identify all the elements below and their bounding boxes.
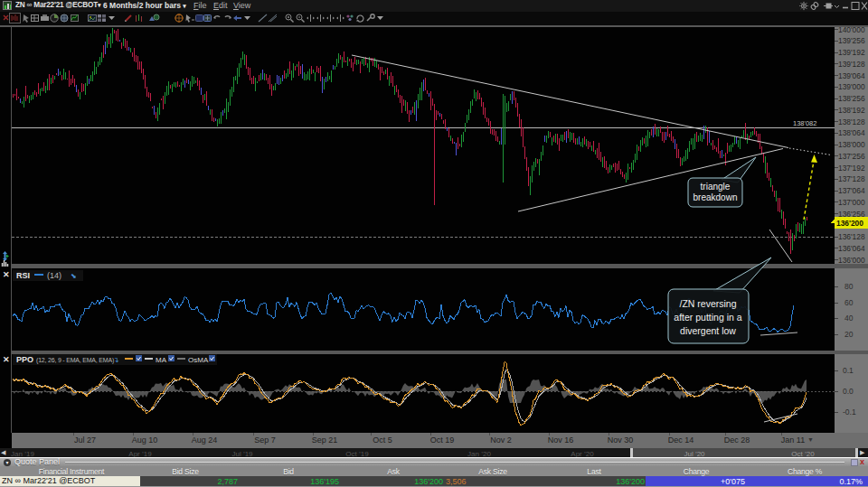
svg-text:139'192: 139'192	[838, 48, 865, 57]
svg-text:139'256: 139'256	[838, 36, 865, 45]
svg-text:139'000: 139'000	[838, 82, 865, 91]
svg-text:PPO: PPO	[16, 355, 33, 364]
svg-text:137'256: 137'256	[838, 152, 865, 161]
svg-text:after putting in a: after putting in a	[674, 312, 741, 323]
svg-text:138'192: 138'192	[838, 106, 865, 115]
svg-text:138'064: 138'064	[838, 128, 865, 137]
svg-text:triangle: triangle	[701, 182, 731, 192]
svg-text:140'000: 140'000	[838, 25, 865, 34]
svg-text:139'064: 139'064	[838, 71, 865, 80]
svg-text:-0.1: -0.1	[843, 407, 856, 417]
svg-text:divergent low: divergent low	[680, 325, 736, 336]
svg-text:breakdown: breakdown	[693, 192, 738, 202]
svg-text:138'000: 138'000	[838, 140, 865, 149]
svg-text:138'128: 138'128	[838, 117, 865, 126]
svg-text:136'064: 136'064	[838, 244, 865, 253]
svg-text:20: 20	[844, 330, 854, 339]
svg-text:✕: ✕	[3, 355, 10, 364]
svg-text:40: 40	[844, 314, 854, 323]
svg-text:OsMA: OsMA	[188, 356, 209, 364]
svg-text:0.1: 0.1	[843, 366, 854, 375]
svg-text:138'082: 138'082	[793, 119, 816, 127]
svg-text:137'192: 137'192	[838, 164, 865, 173]
svg-text:136'128: 136'128	[838, 232, 865, 241]
svg-text:↴: ↴	[113, 356, 119, 364]
svg-text:/ZN reversing: /ZN reversing	[679, 298, 736, 309]
svg-text:MA: MA	[156, 356, 167, 364]
svg-text:⬊: ⬊	[71, 272, 77, 280]
svg-text:137'064: 137'064	[838, 186, 865, 195]
svg-text:(14): (14)	[47, 271, 61, 280]
svg-text:80: 80	[844, 282, 854, 291]
svg-text:138'256: 138'256	[838, 94, 865, 103]
svg-text:139'128: 139'128	[838, 60, 865, 69]
svg-text:136'000: 136'000	[838, 256, 865, 265]
svg-text:✕: ✕	[3, 270, 10, 279]
svg-text:137'000: 137'000	[838, 198, 865, 207]
svg-text:(12, 26, 9 - EMA, EMA, EMA): (12, 26, 9 - EMA, EMA, EMA)	[36, 357, 114, 364]
svg-text:60: 60	[844, 298, 854, 307]
svg-text:136'200: 136'200	[836, 219, 863, 228]
svg-text:0.0: 0.0	[843, 387, 854, 396]
svg-text:137'128: 137'128	[838, 174, 865, 183]
svg-text:RSI: RSI	[16, 271, 30, 280]
